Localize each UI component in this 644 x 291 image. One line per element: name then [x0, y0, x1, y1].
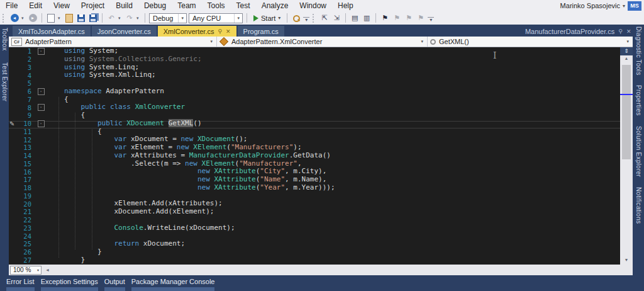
breakpoint-margin[interactable] — [9, 256, 16, 265]
menu-test[interactable]: Test — [231, 0, 256, 11]
outlining-margin[interactable]: - — [35, 120, 47, 127]
toolbar-grip[interactable] — [313, 14, 316, 23]
code-line-8[interactable]: 8- public class XmlConverter — [9, 103, 620, 111]
panel-tab-output[interactable]: Output — [104, 275, 125, 291]
breakpoint-margin[interactable] — [9, 216, 16, 224]
rail-tab-properties[interactable]: Properties — [635, 85, 642, 116]
breakpoint-margin[interactable] — [9, 47, 16, 55]
close-icon[interactable]: ✕ — [226, 28, 231, 35]
account-name[interactable]: Marinko Spasojevic — [560, 2, 620, 9]
breakpoint-margin[interactable] — [9, 88, 16, 96]
breakpoint-margin[interactable] — [9, 176, 16, 184]
menu-build[interactable]: Build — [110, 0, 138, 11]
redo-dropdown[interactable]: ▾ — [136, 16, 141, 21]
tab-xmltojsonadapter-cs[interactable]: XmlToJsonAdapter.cs — [13, 26, 91, 37]
scroll-down-icon[interactable]: ▼ — [625, 257, 629, 263]
navigate-forward-button[interactable]: ▸ — [28, 13, 38, 23]
menu-window[interactable]: Window — [294, 0, 332, 11]
collapse-region-icon[interactable]: - — [38, 120, 45, 127]
tab-jsonconverter-cs[interactable]: JsonConverter.cs — [92, 26, 157, 37]
navigate-back-button[interactable]: ◂ — [9, 13, 19, 23]
rail-tab-toolbox[interactable]: Toolbox — [1, 28, 8, 51]
breakpoint-margin[interactable] — [9, 184, 16, 192]
save-all-button[interactable] — [88, 13, 98, 23]
navigate-backward-doc-icon[interactable]: ⇱ — [319, 13, 330, 23]
menu-project[interactable]: Project — [75, 0, 110, 11]
toolbar-overflow-button[interactable]: ▾ — [428, 17, 434, 23]
breakpoint-margin[interactable] — [9, 111, 16, 120]
breakpoint-margin[interactable] — [9, 64, 16, 72]
outlining-margin[interactable]: - — [35, 88, 47, 95]
breakpoint-margin[interactable] — [9, 135, 16, 144]
close-icon[interactable]: ✕ — [626, 28, 631, 35]
horizontal-scrollbar[interactable]: 100 % ▾ ◄ — [9, 265, 633, 275]
account-area[interactable]: Marinko Spasojevic ▾ MS — [560, 1, 644, 11]
breakpoint-margin[interactable] — [9, 208, 16, 216]
code-line-6[interactable]: 6-namespace AdapterPattern — [9, 88, 620, 96]
breakpoint-margin[interactable] — [9, 192, 16, 200]
rail-tab-solution-explorer[interactable]: Solution Explorer — [635, 126, 642, 177]
vertical-scrollbar[interactable]: ⇕ ▲ ▼ — [620, 47, 633, 265]
pin-icon[interactable]: ⚲ — [218, 28, 222, 35]
breakpoint-margin[interactable] — [9, 103, 16, 111]
code-editor[interactable]: 1-using System;2using System.Collections… — [9, 47, 620, 265]
outlining-margin[interactable]: - — [35, 48, 47, 55]
solution-platform-combobox[interactable]: Any CPU ▾ — [189, 13, 243, 23]
avatar[interactable]: MS — [628, 1, 641, 11]
scroll-up-icon[interactable]: ▲ — [625, 55, 629, 62]
code-line-18[interactable]: 18 new XAttribute("Year", m.Year))); — [9, 184, 620, 192]
rail-tab-test-explorer[interactable]: Test Explorer — [1, 62, 8, 101]
breakpoint-margin[interactable] — [9, 248, 16, 256]
new-project-dropdown[interactable]: ▾ — [58, 16, 62, 21]
menu-edit[interactable]: Edit — [23, 0, 48, 11]
breakpoint-margin[interactable] — [9, 55, 16, 64]
breakpoint-margin[interactable] — [9, 168, 16, 176]
menu-debug[interactable]: Debug — [138, 0, 172, 11]
breakpoint-margin[interactable] — [9, 71, 16, 79]
editor-zoom-combobox[interactable]: 100 % ▾ — [10, 266, 42, 275]
breakpoint-margin[interactable] — [9, 224, 16, 232]
breakpoint-margin[interactable] — [9, 128, 16, 136]
breakpoint-margin[interactable] — [9, 144, 16, 152]
redo-button[interactable]: ↷ — [125, 13, 135, 23]
breakpoint-margin[interactable] — [9, 240, 16, 248]
solution-configuration-combobox[interactable]: Debug ▾ — [149, 13, 187, 23]
undo-button[interactable]: ↶ — [106, 13, 116, 23]
rail-tab-notifications[interactable]: Notifications — [635, 187, 642, 224]
breakpoint-margin[interactable] — [9, 152, 16, 160]
previous-bookmark-icon[interactable]: ⚑ — [392, 13, 402, 23]
clear-bookmarks-icon[interactable]: ⚑ — [416, 13, 426, 23]
rail-tab-diagnostic-tools[interactable]: Diagnostic Tools — [635, 26, 642, 75]
scroll-left-icon[interactable]: ◄ — [42, 268, 53, 272]
collapse-region-icon[interactable]: - — [38, 48, 45, 55]
breakpoint-margin[interactable] — [9, 200, 16, 208]
breakpoint-margin[interactable] — [9, 96, 16, 104]
increase-indent-icon[interactable]: ▥ — [362, 13, 372, 23]
collapse-region-icon[interactable]: - — [38, 88, 45, 95]
tab-xmlconverter-cs[interactable]: XmlConverter.cs⚲✕ — [158, 26, 236, 37]
tab-program-cs[interactable]: Program.cs — [238, 26, 284, 37]
menu-help[interactable]: Help — [332, 0, 359, 11]
code-line-23[interactable]: 23 Console.WriteLine(xDocument); — [9, 224, 620, 232]
panel-tab-error-list[interactable]: Error List — [6, 275, 35, 291]
code-line-26[interactable]: 26 } — [9, 248, 620, 256]
find-in-files-icon[interactable] — [291, 13, 301, 23]
toolbar-overflow-button[interactable]: ▾ — [303, 17, 309, 23]
menu-team[interactable]: Team — [172, 0, 201, 11]
tab-manufacturerdataprovider[interactable]: ManufacturerDataProvider.cs ⚲ ✕ ▾ — [525, 26, 644, 37]
collapse-region-icon[interactable]: - — [38, 104, 45, 111]
new-project-icon[interactable] — [46, 13, 56, 23]
scrollbar-thumb[interactable] — [622, 65, 631, 159]
panel-tab-exception-settings[interactable]: Exception Settings — [41, 275, 98, 291]
member-dropdown[interactable]: GetXML() ▾ — [428, 37, 633, 47]
add-item-icon[interactable] — [64, 13, 74, 23]
code-line-4[interactable]: 4using System.Xml.Linq; — [9, 71, 620, 79]
panel-tab-package-manager-console[interactable]: Package Manager Console — [131, 275, 215, 291]
start-debugging-button[interactable]: Start ▾ — [251, 14, 283, 22]
save-button[interactable] — [76, 13, 86, 23]
navigate-forward-doc-icon[interactable]: ⇲ — [331, 13, 341, 23]
menu-file[interactable]: File — [0, 0, 23, 11]
project-dropdown[interactable]: C# AdapterPattern ▾ — [9, 37, 217, 47]
toggle-bookmark-icon[interactable]: ⚑ — [380, 13, 390, 23]
code-line-27[interactable]: 27 } — [9, 256, 620, 265]
